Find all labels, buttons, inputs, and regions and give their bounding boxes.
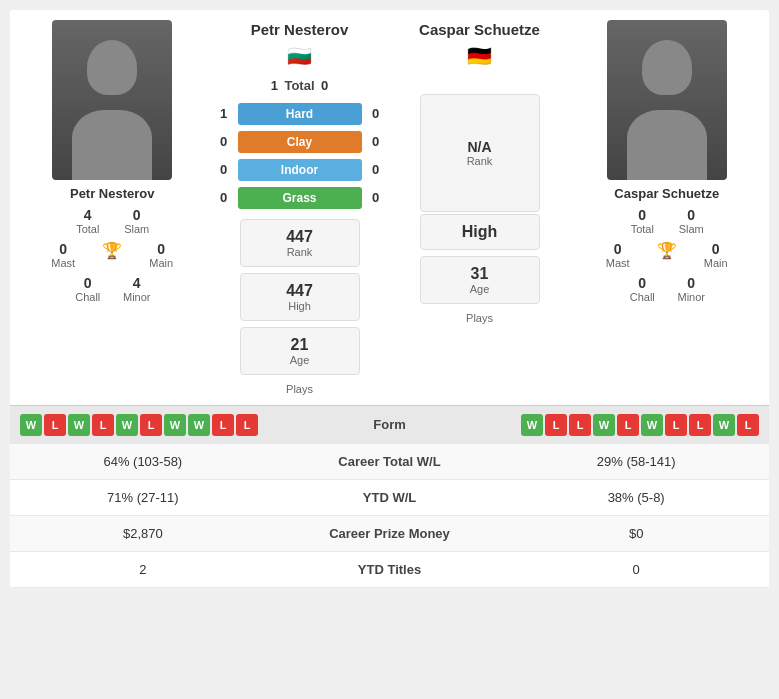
player1-slam-box: 0 Slam (114, 207, 159, 235)
form-label: Form (373, 417, 406, 432)
player1-total-box: 4 Total (65, 207, 110, 235)
form-section: WLWLWLWWLL Form WLLWLWLLWL (10, 405, 769, 444)
player1-age-box: 21 Age (240, 327, 360, 375)
trophy-icon: 🏆 (102, 241, 122, 260)
player1-rank-value: 447 (261, 228, 339, 246)
player1-header-name: Petr Nesterov (251, 21, 349, 38)
player1-minor-box: 4 Minor (114, 275, 159, 303)
player2-stats2: 0 Mast 🏆 0 Main (570, 241, 765, 269)
form-badge-left: W (68, 414, 90, 436)
form-badge-right: L (689, 414, 711, 436)
player2-flag: 🇩🇪 (467, 44, 492, 68)
player-left: Petr Nesterov 4 Total 0 Slam 0 Mast 🏆 (15, 20, 210, 395)
player2-trophy: 🏆 (644, 241, 689, 269)
player2-mast-box: 0 Mast (595, 241, 640, 269)
surface-row-clay: 0 Clay 0 (210, 129, 390, 155)
stats-left-value: 71% (27-11) (10, 479, 276, 515)
form-badge-right: L (545, 414, 567, 436)
player1-total-value: 4 (84, 207, 92, 223)
player2-minor-box: 0 Minor (669, 275, 714, 303)
form-badge-right: W (521, 414, 543, 436)
player2-chall-box: 0 Chall (620, 275, 665, 303)
player1-avatar (52, 20, 172, 180)
player1-mast-label: Mast (51, 257, 75, 269)
hard-left: 1 (214, 106, 234, 121)
player2-high-text: High (441, 223, 519, 241)
player2-stats3: 0 Chall 0 Minor (570, 275, 765, 303)
player1-plays: Plays (286, 383, 313, 395)
player2-slam-box: 0 Slam (669, 207, 714, 235)
form-badge-right: W (593, 414, 615, 436)
player2-main-box: 0 Main (693, 241, 738, 269)
player1-main-box: 0 Main (139, 241, 184, 269)
player1-high-label: High (261, 300, 339, 312)
player1-main-value: 0 (157, 241, 165, 257)
surface-row-grass: 0 Grass 0 (210, 185, 390, 211)
player2-minor-label: Minor (677, 291, 705, 303)
stats-left-value: 2 (10, 551, 276, 587)
clay-badge: Clay (238, 131, 362, 153)
player2-header-name: Caspar Schuetze (419, 21, 540, 38)
player1-age-label: Age (261, 354, 339, 366)
player1-minor-value: 4 (133, 275, 141, 291)
clay-right: 0 (366, 134, 386, 149)
player2-age-box: 31 Age (420, 256, 540, 304)
stats-row: 2YTD Titles0 (10, 551, 769, 587)
hard-right: 0 (366, 106, 386, 121)
indoor-badge: Indoor (238, 159, 362, 181)
player1-slam-value: 0 (133, 207, 141, 223)
total-right-score: 0 (315, 78, 335, 93)
player2-main-label: Main (704, 257, 728, 269)
player1-mast-value: 0 (59, 241, 67, 257)
player2-high-area: N/A Rank (420, 94, 540, 212)
surface-row-indoor: 0 Indoor 0 (210, 157, 390, 183)
player2-rank-label-text: Rank (467, 155, 493, 167)
player2-high-value: N/A (467, 139, 493, 155)
player1-form-badges: WLWLWLWWLL (20, 414, 258, 436)
player1-stats3: 0 Chall 4 Minor (15, 275, 210, 303)
form-badge-right: L (737, 414, 759, 436)
player1-name: Petr Nesterov (70, 186, 155, 201)
player2-chall-label: Chall (630, 291, 655, 303)
player2-slam-value: 0 (687, 207, 695, 223)
stats-row: 64% (103-58)Career Total W/L29% (58-141) (10, 444, 769, 480)
stats-left-value: 64% (103-58) (10, 444, 276, 480)
stats-table: 64% (103-58)Career Total W/L29% (58-141)… (10, 444, 769, 588)
player1-rank-box: 447 Rank (240, 219, 360, 267)
form-badge-right: W (713, 414, 735, 436)
form-badge-left: W (188, 414, 210, 436)
surface-row-hard: 1 Hard 0 (210, 101, 390, 127)
stats-right-value: 38% (5-8) (503, 479, 769, 515)
center-col: Petr Nesterov 🇧🇬 1 Total 0 1 Hard 0 0 Cl… (210, 20, 390, 395)
player2-chall-value: 0 (638, 275, 646, 291)
stats-right-value: 29% (58-141) (503, 444, 769, 480)
player2-age-value: 31 (441, 265, 519, 283)
player2-minor-value: 0 (687, 275, 695, 291)
form-badge-right: L (665, 414, 687, 436)
player1-minor-label: Minor (123, 291, 151, 303)
indoor-right: 0 (366, 162, 386, 177)
player1-stats2: 0 Mast 🏆 0 Main (15, 241, 210, 269)
total-left-score: 1 (264, 78, 284, 93)
clay-left: 0 (214, 134, 234, 149)
trophy-icon-2: 🏆 (657, 241, 677, 260)
form-badge-left: L (236, 414, 258, 436)
form-badge-left: W (116, 414, 138, 436)
stats-left-value: $2,870 (10, 515, 276, 551)
surface-rows: 1 Hard 0 0 Clay 0 0 Indoor 0 0 Grass (210, 101, 390, 211)
player2-mast-label: Mast (606, 257, 630, 269)
stats-center-label: YTD Titles (276, 551, 504, 587)
player1-flag: 🇧🇬 (287, 44, 312, 68)
hard-badge: Hard (238, 103, 362, 125)
player1-chall-box: 0 Chall (65, 275, 110, 303)
grass-left: 0 (214, 190, 234, 205)
total-row: 1 Total 0 (256, 74, 342, 97)
form-badge-left: L (92, 414, 114, 436)
player1-slam-label: Slam (124, 223, 149, 235)
player1-total-label: Total (76, 223, 99, 235)
total-label: Total (284, 78, 314, 93)
form-badge-right: L (569, 414, 591, 436)
player2-total-label: Total (631, 223, 654, 235)
player2-name: Caspar Schuetze (614, 186, 719, 201)
form-badge-left: L (140, 414, 162, 436)
